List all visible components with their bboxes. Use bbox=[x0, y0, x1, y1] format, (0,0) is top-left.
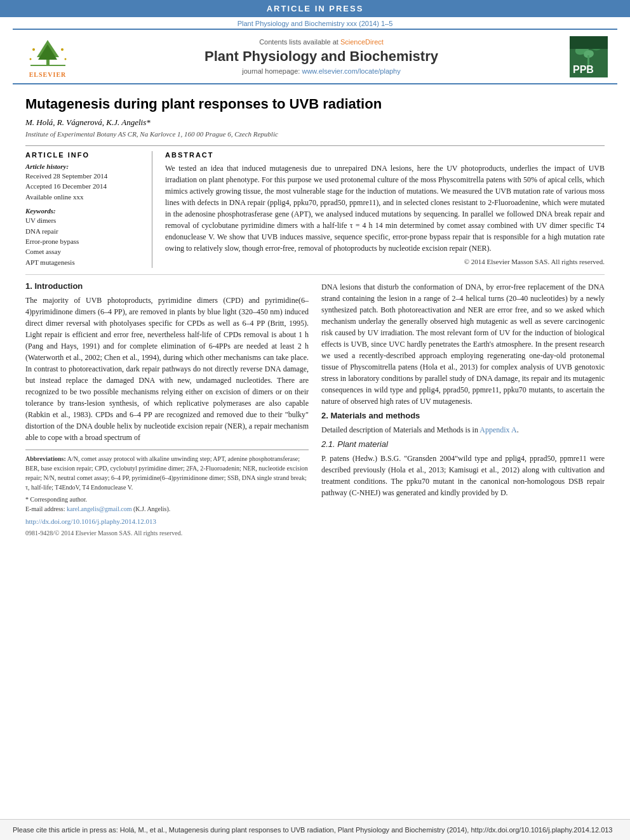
content-area: Mutagenesis during plant responses to UV… bbox=[19, 96, 611, 538]
body-left-col: 1. Introduction The majority of UVB phot… bbox=[25, 281, 309, 538]
keywords-section: Keywords: UV dimers DNA repair Error-pro… bbox=[25, 207, 142, 267]
authors-text: M. Holá, R. Vágnerová, K.J. Angelis* bbox=[25, 117, 151, 127]
svg-rect-4 bbox=[30, 65, 65, 66]
abstract-column: ABSTRACT We tested an idea that induced … bbox=[165, 151, 605, 268]
keyword-3: Error-prone bypass bbox=[25, 237, 142, 246]
abstract-text: We tested an idea that induced mutagenes… bbox=[165, 163, 605, 254]
svg-point-5 bbox=[32, 48, 35, 51]
email-link[interactable]: karel.angelis@gmail.com bbox=[67, 505, 132, 512]
article-info-column: ARTICLE INFO Article history: Received 2… bbox=[25, 151, 152, 268]
materials-section-title: 2. Materials and methods bbox=[321, 411, 605, 420]
body-two-col: 1. Introduction The majority of UVB phot… bbox=[25, 281, 605, 538]
keyword-4: Comet assay bbox=[25, 247, 142, 257]
intro-text: The majority of UVB photoproducts, pyrim… bbox=[25, 295, 309, 443]
sciencedirect-link[interactable]: ScienceDirect bbox=[340, 38, 384, 46]
plant-material-section-title: 2.1. Plant material bbox=[321, 439, 605, 449]
footnotes-area: Abbreviations: A/N, comet assay protocol… bbox=[25, 450, 309, 538]
svg-point-6 bbox=[61, 48, 64, 51]
journal-title: Plant Physiology and Biochemistry bbox=[83, 48, 560, 65]
authors: M. Holá, R. Vágnerová, K.J. Angelis* bbox=[25, 117, 605, 128]
elsevier-wordmark: ELSEVIER bbox=[29, 71, 67, 78]
abbreviations-line: Abbreviations: A/N, comet assay protocol… bbox=[25, 454, 309, 492]
plant-material-text: P. patens (Hedw.) B.S.G. "Gransden 2004"… bbox=[321, 453, 605, 498]
appendix-link[interactable]: Appendix A bbox=[479, 425, 516, 434]
intro-section-title: 1. Introduction bbox=[25, 281, 309, 291]
intro-continuation-text: DNA lesions that disturb the conformatio… bbox=[321, 281, 605, 407]
journal-header: ELSEVIER Contents lists available at Sci… bbox=[13, 29, 617, 84]
homepage-link[interactable]: www.elsevier.com/locate/plaphy bbox=[302, 67, 400, 75]
ppb-logo: PPB bbox=[566, 36, 611, 77]
section-divider bbox=[25, 274, 605, 275]
homepage-prefix: journal homepage: bbox=[242, 67, 302, 75]
sciencedirect-prefix: Contents lists available at bbox=[259, 38, 340, 46]
keyword-2: DNA repair bbox=[25, 227, 142, 236]
abbreviations-text: A/N, comet assay protocol with alkaline … bbox=[25, 455, 308, 491]
doi-link[interactable]: http://dx.doi.org/10.1016/j.plaphy.2014.… bbox=[25, 516, 309, 527]
sciencedirect-line: Contents lists available at ScienceDirec… bbox=[83, 38, 560, 46]
elsevier-tree-svg bbox=[24, 37, 72, 69]
svg-point-8 bbox=[64, 58, 66, 60]
article-title: Mutagenesis during plant responses to UV… bbox=[25, 96, 605, 112]
affiliation: Institute of Experimental Botany AS CR, … bbox=[25, 130, 605, 138]
journal-homepage: journal homepage: www.elsevier.com/locat… bbox=[83, 67, 560, 75]
svg-point-7 bbox=[29, 58, 31, 60]
elsevier-logo: ELSEVIER bbox=[19, 35, 76, 78]
received-date: Received 28 September 2014 bbox=[25, 171, 142, 181]
email-suffix: (K.J. Angelis). bbox=[133, 505, 170, 512]
available-date: Available online xxx bbox=[25, 192, 142, 202]
issn-line: 0981-9428/© 2014 Elsevier Masson SAS. Al… bbox=[25, 528, 309, 538]
body-right-col: DNA lesions that disturb the conformatio… bbox=[321, 281, 605, 538]
article-info-heading: ARTICLE INFO bbox=[25, 151, 142, 159]
article-in-press-banner: ARTICLE IN PRESS bbox=[0, 0, 630, 17]
keyword-1: UV dimers bbox=[25, 216, 142, 225]
keyword-5: APT mutagenesis bbox=[25, 258, 142, 267]
corresponding-author-line: * Corresponding author. bbox=[25, 495, 309, 504]
copyright-line: © 2014 Elsevier Masson SAS. All rights r… bbox=[165, 258, 605, 265]
ppb-logo-svg: PPB bbox=[570, 36, 608, 77]
email-label: E-mail address: bbox=[25, 505, 65, 512]
accepted-date: Accepted 16 December 2014 bbox=[25, 182, 142, 191]
article-info-abstract-row: ARTICLE INFO Article history: Received 2… bbox=[25, 145, 605, 268]
journal-center: Contents lists available at ScienceDirec… bbox=[76, 38, 566, 75]
abbreviations-label: Abbreviations: bbox=[25, 455, 66, 462]
citation-bar: Please cite this article in press as: Ho… bbox=[0, 819, 630, 841]
svg-text:PPB: PPB bbox=[573, 64, 594, 75]
keywords-label: Keywords: bbox=[25, 207, 142, 215]
email-line: E-mail address: karel.angelis@gmail.com … bbox=[25, 504, 309, 514]
history-label: Article history: bbox=[25, 163, 142, 170]
ppb-box: PPB bbox=[570, 36, 608, 77]
corresponding-label: * Corresponding author. bbox=[25, 496, 87, 503]
journal-reference: Plant Physiology and Biochemistry xxx (2… bbox=[0, 17, 630, 29]
materials-intro-text: Detailed description of Materials and Me… bbox=[321, 424, 605, 436]
elsevier-logo-image bbox=[22, 35, 73, 70]
abstract-heading: ABSTRACT bbox=[165, 151, 605, 159]
